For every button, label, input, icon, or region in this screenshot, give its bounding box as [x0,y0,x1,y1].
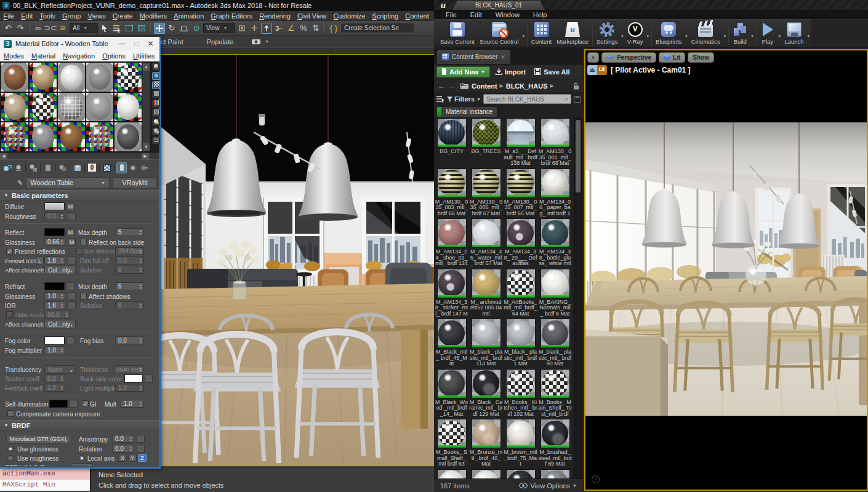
asset-M_brown_mtl__brdf_75_Mat[interactable]: M_brown_mtl _brdf_75_Mat [504,419,537,467]
me-menu-utilities[interactable]: Utilities [129,52,158,60]
close-button[interactable]: ✕ [145,39,156,48]
asset-thumbnail[interactable] [540,218,570,248]
asset-thumbnail[interactable] [437,169,467,198]
asset-M_Books__Small_Shelf__mtl_brdf_63[interactable]: M_Books_ Small_Shelf_ mtl brdf 63 [435,419,468,467]
diffuse-color-swatch[interactable] [44,202,65,210]
reflect-color-swatch[interactable] [44,228,65,236]
play-button[interactable]: Play [758,20,778,47]
rectangular-selection-icon[interactable] [124,23,135,34]
asset-M_AM134_38__20____Defaultfas[interactable]: M_AM134_38_ 20___ Defaultfas [504,218,537,267]
fwd-bck-coeff-field[interactable]: 1.0 [44,384,65,392]
asset-thumbnail[interactable] [540,169,570,198]
asset-thumbnail[interactable] [472,118,501,148]
material-sample-slot-4[interactable] [86,63,113,92]
asset-M_AM130__035_003_mtl__brdf_66_Mat[interactable]: M_AM130_ 035_003_mtl_ brdf 66 Mat [435,169,468,217]
go-forward-sibling-icon[interactable] [139,162,149,173]
gi-checkbox[interactable]: ✓ [82,400,89,407]
asset-thumbnail[interactable] [506,269,536,298]
asset-M_AM134_06__paper_bag__mtl_brdf_125[interactable]: M_AM134_06_ paper_bag_ mtl brdf 125 [538,169,572,217]
save-current-button[interactable]: Save Current [438,20,477,47]
asset-M_AM134_35__water_mtl__brdf_57_Mat[interactable]: M_AM134_35_ water_mtl_ brdf 57 Mat [469,218,503,267]
asset-item-29[interactable] [435,469,468,479]
rotation-field[interactable]: 0.0 [112,445,134,453]
asset-thumbnail[interactable] [540,419,570,448]
material-sample-slot-6[interactable] [1,93,28,122]
asset-thumbnail[interactable] [472,369,501,399]
max-menu-modifiers[interactable]: Modifiers [136,11,171,21]
help-icon[interactable]: ? [592,475,600,483]
percent-snap-icon[interactable]: % [298,23,309,34]
breadcrumb-expand-icon[interactable]: ▶ [550,83,554,89]
ribbon-camera-icon[interactable]: ▼ [252,39,269,45]
asset-thumbnail[interactable] [472,469,501,479]
asset-item-30[interactable] [469,469,503,479]
material-sample-slot-8[interactable] [58,93,85,122]
cinematics-button[interactable]: Cinematics [689,20,723,47]
asset-thumbnail[interactable] [506,319,536,348]
unlink-icon[interactable]: ⊃⊂ [45,23,56,34]
max-menu-file[interactable]: File [0,11,18,21]
scatter-coeff-field[interactable]: 0.0 [44,375,65,383]
use-pivot-center-icon[interactable] [236,23,247,34]
maxscript-mini-listener[interactable]: actionMan.exe MAXScript Min [0,469,91,491]
search-input[interactable]: Search BLCK_HAUS ⌕ [483,94,571,104]
select-rotate-icon[interactable]: ↻ [166,23,177,34]
vray-dropdown-caret[interactable]: ▼ [646,20,651,47]
reflect-affect-channels-dropdown[interactable]: Col...nly [44,266,76,274]
refract-glossiness-field[interactable]: 1.0 [44,292,65,300]
ue-menu-help[interactable]: Help [526,11,554,18]
asset-M_Books__Main_Shelf__Test_mtl_brdf[interactable]: M_Books_ Main_Shelf_ Test_mtl_brdf [538,369,572,418]
selection-filter-dropdown[interactable]: All▼ [70,23,98,33]
asset-thumbnail[interactable] [437,469,467,479]
asset-M_AM130__035_007_mtl__brdf_65_Mat[interactable]: M_AM130_ 035_007_mtl_ brdf 65 Mat [504,169,537,217]
source-control-button[interactable]: Source Control [477,20,521,47]
marketplace-button[interactable]: Marketplace [554,20,591,47]
perspective-button[interactable]: Perspective [601,52,656,63]
save-all-button[interactable]: Save All [531,68,573,76]
v-ray-button[interactable]: V-Ray [625,20,646,47]
asset-M_black__plastic_mtl__brdf_90_Mat[interactable]: M_black_ plastic_mtl_ brdf 90 Mat [538,319,572,367]
max-menu-group[interactable]: Group [58,11,84,21]
max-menu-tools[interactable]: Tools [36,11,59,21]
material-id-channel-icon[interactable]: 0 [87,162,97,173]
thickness-field[interactable]: 2540.0cm [113,365,144,373]
unreal-viewport[interactable]: ▼ Perspective Lit Show ⏏ [ Pilot Active … [584,49,868,491]
select-by-material-icon[interactable] [152,127,160,135]
maxscript-listener-line1[interactable]: actionMan.exe [0,469,90,480]
content-browser-tab[interactable]: Content Browser ✕ [437,50,510,64]
asset-M_BAKING__Normals_mtl__brdf_6_Mat[interactable]: M_BAKING_ Normals_mtl_ brdf 6 Mat [538,269,572,317]
max-menu-views[interactable]: Views [84,11,109,21]
refract-glossiness-map-button[interactable]: . [68,292,76,300]
scroll-down-icon[interactable]: ▼ [143,143,150,151]
asset-M_Books__Kitchen_mtl__brdf_102_Mat[interactable]: M_Books_ Kitchen_mtl_ brdf 102 Mat [504,369,537,418]
brdf-rollout[interactable]: ▼BRDF [0,420,159,430]
fog-color-swatch[interactable] [44,336,65,344]
refract-affect-channels-dropdown[interactable]: Col...nly [44,320,76,328]
launch-dropdown-caret[interactable]: ▼ [806,20,811,47]
sources-panel-icon[interactable] [436,95,444,103]
max-menu-create[interactable]: Create [109,11,136,21]
asset-thumbnail[interactable] [472,169,501,198]
anisotropy-field[interactable]: 0.0 [112,435,134,443]
abbe-number-checkbox[interactable] [6,311,13,318]
asset-thumbnail[interactable] [437,419,467,448]
use-roughness-radio[interactable] [7,455,14,461]
me-menu-material[interactable]: Material [28,52,59,60]
asset-M_black__plastic_mtl__brdf_113_Mat[interactable]: M_black_ plastic_mtl_ brdf 113 Mat [469,319,503,367]
launch-button[interactable]: Launch [782,20,806,47]
asset-M_AM130__035_005_mtl__brdf_67_Mat[interactable]: M_AM130_ 035_005_mtl_ brdf 67 Mat [469,169,503,217]
maxscript-listener-line2[interactable]: MAXScript Min [0,480,90,491]
cinematics-dropdown-caret[interactable]: ▼ [723,20,728,47]
filters-button[interactable]: Filters▼ [447,95,481,103]
breadcrumb-blckhaus[interactable]: BLCK_HAUS [506,82,548,90]
material-editor-titlebar[interactable]: 3 Material Editor - Wooden Table — □ ✕ [0,37,159,50]
asset-M_Black__Ceramic_mtl__brdf_129_Mat[interactable]: M_Black_ Ceramic_mtl_ brdf 129 Mat [469,369,503,418]
lit-button[interactable]: Lit [659,52,685,63]
settings-dropdown-caret[interactable]: ▼ [620,20,625,47]
max-menu-customize[interactable]: Customize [330,11,369,21]
filter-chip-material-instance[interactable]: Material Instance [441,107,497,117]
content-button[interactable]: Content [529,20,554,47]
sample-uv-tiling-icon[interactable] [152,90,160,98]
refract-subdivs-field[interactable]: 8 [115,301,144,309]
asset-thumbnail[interactable] [540,469,570,479]
